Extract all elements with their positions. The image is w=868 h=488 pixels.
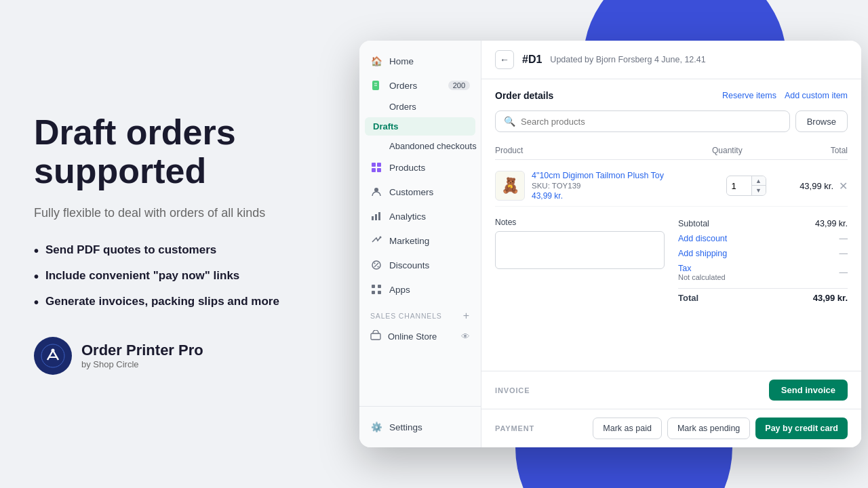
sidebar-sub-abandoned[interactable]: Abandoned checkouts xyxy=(359,137,481,155)
pay-credit-button[interactable]: Pay by credit card xyxy=(755,418,848,439)
qty-down-arrow[interactable]: ▼ xyxy=(752,186,766,195)
sidebar-item-online-store[interactable]: Online Store 👁 xyxy=(359,325,481,348)
customers-icon xyxy=(370,186,382,198)
brand-logo xyxy=(34,337,72,375)
subtitle: Fully flexible to deal with orders of al… xyxy=(34,205,312,222)
quantity-control: 1 ▲ ▼ xyxy=(712,176,780,196)
sidebar-item-customers[interactable]: Customers xyxy=(359,180,481,204)
discount-value: — xyxy=(840,234,848,243)
totals-section: Subtotal 43,99 kr. Add discount — Add sh… xyxy=(678,218,848,304)
sidebar-sub-drafts[interactable]: Drafts xyxy=(365,117,475,136)
sidebar-item-home[interactable]: 🏠 Home xyxy=(359,49,481,73)
order-id: #D1 xyxy=(522,54,542,66)
mark-paid-button[interactable]: Mark as paid xyxy=(593,418,662,439)
sidebar-item-settings[interactable]: ⚙️ Settings xyxy=(359,415,481,439)
qty-arrows: ▲ ▼ xyxy=(751,176,766,195)
sidebar-marketing-label: Marketing xyxy=(389,236,429,246)
mark-pending-button[interactable]: Mark as pending xyxy=(667,418,750,439)
total-value: 43,99 kr. xyxy=(813,293,848,303)
brand-text: Order Printer Pro by Shop Circle xyxy=(81,342,203,369)
section-actions: Reserve items Add custom item xyxy=(722,91,848,100)
product-total: 43,99 kr. xyxy=(800,181,833,191)
sidebar-item-discounts[interactable]: Discounts xyxy=(359,253,481,277)
shopify-window: 🏠 Home Orders 200 Orders Drafts xyxy=(359,41,861,447)
table-row: 🧸 4"10cm Digimon Tailmon Plush Toy SKU: … xyxy=(495,165,848,207)
sidebar-analytics-label: Analytics xyxy=(389,211,426,222)
search-input[interactable] xyxy=(521,117,781,127)
svg-rect-20 xyxy=(372,291,375,294)
orders-icon xyxy=(370,79,382,92)
product-details: 4"10cm Digimon Tailmon Plush Toy SKU: TO… xyxy=(532,171,664,201)
send-invoice-button[interactable]: Send invoice xyxy=(769,380,848,401)
brand-by: by Shop Circle xyxy=(81,359,203,369)
add-sales-channel-btn[interactable]: + xyxy=(463,310,470,322)
notes-totals: Notes Subtotal 43,99 kr. Add discount — xyxy=(495,218,848,304)
add-shipping-link[interactable]: Add shipping xyxy=(678,249,727,258)
discounts-icon xyxy=(370,259,382,271)
shipping-row: Add shipping — xyxy=(678,247,848,260)
qty-input-wrap: 1 ▲ ▼ xyxy=(726,176,766,196)
svg-point-0 xyxy=(41,344,64,367)
sidebar-item-marketing[interactable]: Marketing xyxy=(359,228,481,253)
tax-sub: Not calculated xyxy=(678,273,726,281)
notes-textarea[interactable] xyxy=(495,231,665,269)
brand: Order Printer Pro by Shop Circle xyxy=(34,337,312,375)
col-quantity-label: Quantity xyxy=(712,146,780,155)
sidebar-sub-orders[interactable]: Orders xyxy=(359,98,481,116)
svg-point-17 xyxy=(378,266,379,268)
store-eye-icon[interactable]: 👁 xyxy=(461,331,470,342)
remove-product-button[interactable]: ✕ xyxy=(839,180,848,192)
sidebar-products-label: Products xyxy=(389,163,425,173)
product-thumbnail: 🧸 xyxy=(495,171,525,201)
add-custom-item-link[interactable]: Add custom item xyxy=(785,91,848,100)
col-total-label: Total xyxy=(780,146,848,155)
sidebar-bottom: ⚙️ Settings xyxy=(359,406,481,447)
quantity-input[interactable]: 1 xyxy=(727,178,751,194)
marketing-icon xyxy=(370,235,382,247)
sidebar-discounts-label: Discounts xyxy=(389,260,429,270)
orders-badge: 200 xyxy=(448,81,470,90)
svg-rect-10 xyxy=(372,216,374,220)
reserve-items-link[interactable]: Reserve items xyxy=(722,91,776,100)
svg-rect-12 xyxy=(378,212,380,220)
right-panel: 🏠 Home Orders 200 Orders Drafts xyxy=(346,27,868,461)
analytics-icon xyxy=(370,210,382,222)
svg-rect-5 xyxy=(372,163,376,167)
svg-rect-21 xyxy=(378,291,381,294)
svg-point-9 xyxy=(374,188,378,192)
tax-link[interactable]: Tax xyxy=(678,264,726,273)
order-header: ← #D1 Updated by Bjorn Forsberg 4 June, … xyxy=(481,41,861,79)
store-icon xyxy=(370,330,381,343)
grand-total-row: Total 43,99 kr. xyxy=(678,288,848,304)
products-icon xyxy=(370,161,382,174)
payment-label: PAYMENT xyxy=(495,424,534,432)
order-meta: Updated by Bjorn Forsberg 4 June, 12.41 xyxy=(550,55,705,64)
subtotal-label: Subtotal xyxy=(678,219,709,228)
browse-button[interactable]: Browse xyxy=(795,110,848,132)
svg-rect-8 xyxy=(377,168,381,172)
svg-rect-11 xyxy=(375,214,377,220)
sidebar-item-analytics[interactable]: Analytics xyxy=(359,204,481,228)
main-title: Draft orders supported xyxy=(34,113,312,190)
qty-up-arrow[interactable]: ▲ xyxy=(752,176,766,186)
back-button[interactable]: ← xyxy=(495,50,514,69)
notes-label: Notes xyxy=(495,218,665,227)
tax-value: — xyxy=(840,268,848,277)
sidebar-item-apps[interactable]: Apps xyxy=(359,277,481,302)
left-panel: Draft orders supported Fully flexible to… xyxy=(0,86,346,402)
product-price: 43,99 kr. xyxy=(532,191,664,201)
sidebar: 🏠 Home Orders 200 Orders Drafts xyxy=(359,41,481,447)
main-content: ← #D1 Updated by Bjorn Forsberg 4 June, … xyxy=(481,41,861,447)
svg-rect-19 xyxy=(378,285,381,288)
sidebar-item-products[interactable]: Products xyxy=(359,155,481,180)
sales-channels-label: SALES CHANNELS + xyxy=(359,302,481,325)
sidebar-item-orders[interactable]: Orders 200 xyxy=(359,73,481,98)
total-label: Total xyxy=(678,293,698,303)
product-name-link[interactable]: 4"10cm Digimon Tailmon Plush Toy xyxy=(532,171,664,180)
invoice-section: INVOICE Send invoice xyxy=(481,371,861,409)
sidebar-customers-label: Customers xyxy=(389,187,433,197)
sidebar-orders-label: Orders xyxy=(389,81,417,91)
sidebar-home-label: Home xyxy=(389,56,414,66)
add-discount-link[interactable]: Add discount xyxy=(678,234,727,243)
svg-rect-6 xyxy=(377,163,381,167)
